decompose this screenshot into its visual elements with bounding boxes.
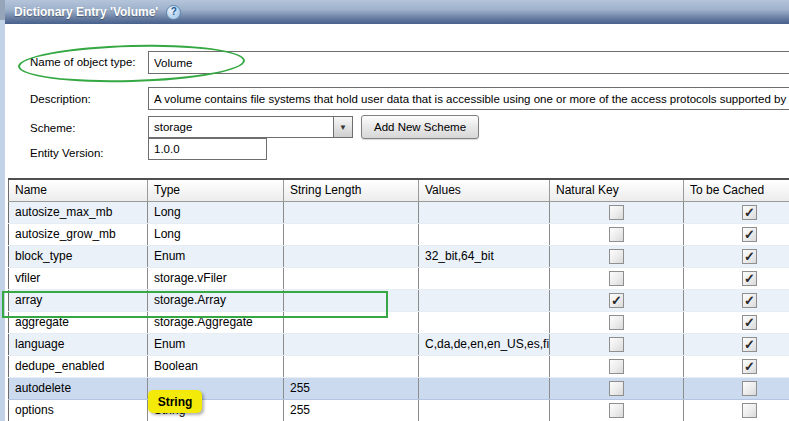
cell-type: storage.vFiler [148, 267, 284, 289]
column-header-name[interactable]: Name [9, 179, 148, 201]
cell-type: storage.Aggregate [148, 311, 284, 333]
natural-key-checkbox[interactable] [609, 337, 624, 352]
dictionary-entry-dialog: Dictionary Entry 'Volume' ? Name of obje… [5, 0, 789, 421]
scheme-selected-value: storage [149, 121, 333, 133]
natural-key-checkbox[interactable] [609, 271, 624, 286]
cell-natural_key [550, 201, 684, 223]
cell-to_be_cached: ✓ [684, 311, 789, 333]
help-icon[interactable]: ? [166, 5, 181, 20]
cell-natural_key [550, 355, 684, 377]
to-be-cached-checkbox[interactable]: ✓ [742, 315, 757, 330]
natural-key-checkbox[interactable] [609, 205, 624, 220]
cell-to_be_cached: ✓ [684, 355, 789, 377]
cell-values: C,da,de,en,en_US,es,fi... [419, 333, 550, 355]
to-be-cached-checkbox[interactable]: ✓ [742, 359, 757, 374]
cell-name: options [9, 399, 148, 421]
attributes-table-body: autosize_max_mbLong✓autosize_grow_mbLong… [9, 201, 789, 421]
cell-string_length [284, 311, 419, 333]
cell-natural_key [550, 333, 684, 355]
table-row[interactable]: autosize_grow_mbLong✓ [9, 223, 789, 245]
add-new-scheme-button[interactable]: Add New Scheme [361, 115, 479, 139]
cell-natural_key [550, 267, 684, 289]
column-header-to-be-cached[interactable]: To be Cached [684, 179, 789, 201]
to-be-cached-checkbox[interactable] [742, 403, 757, 418]
cell-string_length [284, 333, 419, 355]
table-row[interactable]: vfilerstorage.vFiler✓ [9, 267, 789, 289]
column-header-values[interactable]: Values [419, 179, 550, 201]
cell-to_be_cached: ✓ [684, 333, 789, 355]
cell-natural_key [550, 311, 684, 333]
column-header-string-length[interactable]: String Length [284, 179, 419, 201]
table-row[interactable]: dedupe_enabledBoolean✓ [9, 355, 789, 377]
table-row[interactable]: arraystorage.Array✓✓ [9, 289, 789, 311]
description-input[interactable] [148, 87, 789, 110]
cell-string_length [284, 267, 419, 289]
natural-key-checkbox[interactable] [609, 381, 624, 396]
to-be-cached-checkbox[interactable]: ✓ [742, 249, 757, 264]
cell-values [419, 355, 550, 377]
to-be-cached-checkbox[interactable]: ✓ [742, 227, 757, 242]
table-row[interactable]: optionsString255 [9, 399, 789, 421]
scheme-dropdown[interactable]: storage ▼ [148, 116, 353, 138]
to-be-cached-checkbox[interactable]: ✓ [742, 271, 757, 286]
cell-to_be_cached: ✓ [684, 223, 789, 245]
cell-values: 32_bit,64_bit [419, 245, 550, 267]
to-be-cached-checkbox[interactable]: ✓ [742, 293, 757, 308]
dropdown-button[interactable]: ▼ [333, 117, 352, 137]
cell-type: Boolean [148, 355, 284, 377]
cell-type: Long [148, 201, 284, 223]
cell-natural_key [550, 245, 684, 267]
cell-natural_key [550, 223, 684, 245]
cell-type: Enum [148, 333, 284, 355]
natural-key-checkbox[interactable]: ✓ [609, 293, 624, 308]
column-header-type[interactable]: Type [148, 179, 284, 201]
cell-to_be_cached: ✓ [684, 245, 789, 267]
table-row[interactable]: languageEnumC,da,de,en,en_US,es,fi...✓ [9, 333, 789, 355]
cell-natural_key [550, 377, 684, 399]
cell-name: autosize_grow_mb [9, 223, 148, 245]
cell-string_length: 255 [284, 377, 419, 399]
natural-key-checkbox[interactable] [609, 315, 624, 330]
entity-version-label: Entity Version: [30, 147, 104, 159]
cell-values [419, 377, 550, 399]
cell-to_be_cached: ✓ [684, 201, 789, 223]
cell-to_be_cached [684, 377, 789, 399]
cell-values [419, 311, 550, 333]
to-be-cached-checkbox[interactable] [742, 381, 757, 396]
cell-name: aggregate [9, 311, 148, 333]
dialog-titlebar[interactable]: Dictionary Entry 'Volume' ? [5, 0, 789, 24]
table-header-row: NameTypeString LengthValuesNatural KeyTo… [9, 179, 789, 201]
cell-values [419, 223, 550, 245]
to-be-cached-checkbox[interactable]: ✓ [742, 337, 757, 352]
natural-key-checkbox[interactable] [609, 359, 624, 374]
cell-to_be_cached: ✓ [684, 289, 789, 311]
cell-string_length [284, 355, 419, 377]
table-row[interactable]: block_typeEnum32_bit,64_bit✓ [9, 245, 789, 267]
cell-values [419, 399, 550, 421]
cell-type: Enum [148, 245, 284, 267]
scheme-label: Scheme: [30, 122, 75, 134]
cell-string_length [284, 201, 419, 223]
description-label: Description: [30, 93, 91, 105]
type-tooltip: String [148, 390, 202, 413]
to-be-cached-checkbox[interactable]: ✓ [742, 205, 757, 220]
cell-values [419, 289, 550, 311]
cell-natural_key [550, 399, 684, 421]
natural-key-checkbox[interactable] [609, 227, 624, 242]
chevron-down-icon: ▼ [339, 123, 347, 132]
cell-string_length [284, 245, 419, 267]
cell-to_be_cached [684, 399, 789, 421]
attributes-table: NameTypeString LengthValuesNatural KeyTo… [8, 178, 789, 421]
natural-key-checkbox[interactable] [609, 249, 624, 264]
cell-name: vfiler [9, 267, 148, 289]
entity-version-input[interactable] [148, 138, 267, 160]
object-type-name-input[interactable] [148, 51, 789, 74]
natural-key-checkbox[interactable] [609, 403, 624, 418]
table-row[interactable]: autodelete255 [9, 377, 789, 399]
cell-name: block_type [9, 245, 148, 267]
table-row[interactable]: aggregatestorage.Aggregate✓ [9, 311, 789, 333]
cell-string_length [284, 223, 419, 245]
cell-type: Long [148, 223, 284, 245]
column-header-natural-key[interactable]: Natural Key [550, 179, 684, 201]
table-row[interactable]: autosize_max_mbLong✓ [9, 201, 789, 223]
